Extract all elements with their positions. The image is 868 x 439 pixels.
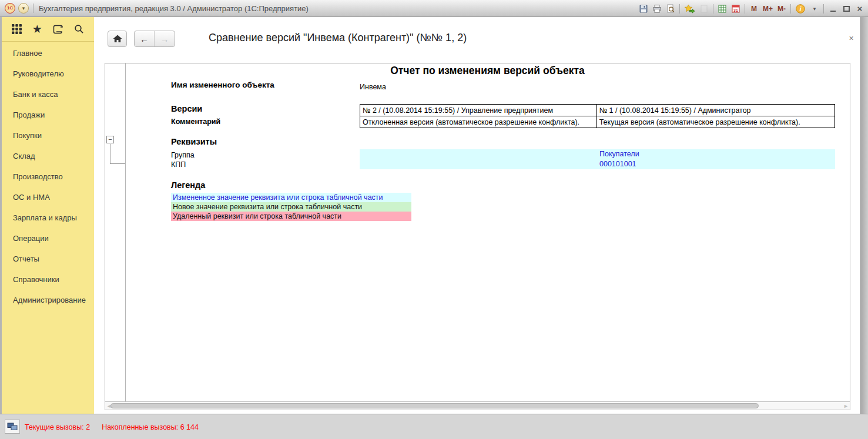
version-cell[interactable]: № 1 / (10.08.2014 15:19:55) / Администра… [596,105,835,116]
sections-sidebar: ★ Главное Руководителю Банк и касса Прод… [2,17,94,415]
sidebar-item-sklad[interactable]: Склад [2,146,94,166]
divider [745,4,745,14]
search-icon[interactable] [73,24,85,35]
attribute-old-value [360,149,596,159]
object-name-label: Имя измененного объекта [171,81,274,89]
sidebar-item-zarplata-i-kadry[interactable]: Зарплата и кадры [2,207,94,228]
recent-link-icon [699,4,709,14]
divider [33,4,33,13]
print-icon[interactable] [652,4,662,14]
sidebar-item-pokupki[interactable]: Покупки [2,125,94,146]
report-left-border [105,63,105,402]
calendar-icon[interactable]: 31 [731,4,740,14]
status-text: Текущие вызовы: 2Накопленные вызовы: 6 1… [25,423,210,431]
main-menu-button[interactable]: ▾ [18,3,29,14]
group-bracket [110,144,110,163]
titlebar-toolbar: 31 M M+ M- i ▾ × [639,2,864,15]
history-nav-group: ← → [134,31,175,47]
forward-button[interactable]: → [155,31,175,46]
svg-text:31: 31 [733,8,738,12]
sidebar-item-proizvodstvo[interactable]: Производство [2,166,94,187]
table-row: Отклоненная версия (автоматическое разре… [360,116,835,128]
statusbar: Текущие вызовы: 2Накопленные вызовы: 6 1… [0,414,868,439]
divider [790,4,791,14]
sidebar-item-bank-i-kassa[interactable]: Банк и касса [2,84,94,105]
divider [823,4,824,14]
app-window: 1С ▾ Бухгалтерия предприятия, редакция 3… [0,0,868,439]
attribute-new-value: 000101001 [596,159,835,169]
accumulated-calls-count: Накопленные вызовы: 6 144 [102,423,199,431]
legend-item-changed: Измененное значение реквизита или строка… [171,193,411,202]
table-row: № 2 / (10.08.2014 15:19:55) / Управление… [360,105,835,116]
close-button[interactable]: × [855,4,864,14]
attributes-heading: Реквизиты [171,137,217,146]
home-button[interactable] [108,31,127,47]
sidebar-item-spravochniki[interactable]: Справочники [2,269,94,290]
sidebar-item-administrirovanie[interactable]: Администрирование [2,290,94,310]
changed-attributes-block: Покупатели 000101001 [360,149,835,169]
group-bracket [110,163,125,164]
report-title: Отчет по изменениям версий объекта [125,65,850,77]
menu-grid-icon[interactable] [11,24,22,35]
version-cell[interactable]: № 2 / (10.08.2014 15:19:55) / Управление… [360,105,597,116]
report-right-border [850,63,850,402]
versions-table: № 2 / (10.08.2014 15:19:55) / Управление… [360,104,835,128]
comment-cell: Текущая версия (автоматическое разрешени… [596,116,835,128]
object-name-value: Инвема [360,83,386,91]
sidebar-toolbar: ★ [2,17,94,42]
page-title: Сравнение версий "Инвема (Контрагент)" (… [209,32,467,44]
memory-m-plus-button[interactable]: M+ [763,4,773,14]
vertical-scrollbar[interactable] [860,17,868,415]
server-calls-icon[interactable] [5,420,20,434]
sidebar-item-operacii[interactable]: Операции [2,228,94,249]
divider [713,4,713,14]
scroll-right-arrow-icon[interactable]: ► [843,403,849,409]
minimize-button[interactable] [828,4,837,14]
comment-cell: Отклоненная версия (автоматическое разре… [360,116,597,128]
attribute-label-kpp: КПП [171,160,186,169]
maximize-button[interactable] [842,4,851,14]
memory-m-minus-button[interactable]: M- [777,4,786,14]
favorites-star-icon[interactable]: ★ [32,24,42,35]
chevron-down-icon[interactable]: ▾ [810,4,819,14]
legend-item-new: Новое значение реквизита или строка табл… [171,202,411,212]
sections-menu: Главное Руководителю Банк и касса Продаж… [2,42,94,310]
add-favorite-icon[interactable] [684,4,695,14]
info-icon[interactable]: i [795,4,806,14]
comment-label: Комментарий [171,118,220,126]
versions-label: Версии [171,104,202,113]
back-button[interactable]: ← [135,31,155,46]
current-calls-count: Текущие вызовы: 2 [25,423,90,431]
home-icon [112,34,123,43]
save-icon[interactable] [639,4,648,14]
app-logo-icon: 1С [5,3,15,14]
attribute-old-value [360,159,596,169]
sidebar-item-os-i-nma[interactable]: ОС и НМА [2,187,94,207]
report-group-margin-line [125,63,126,402]
history-scroll-icon[interactable] [52,24,63,35]
attribute-new-value: Покупатели [596,149,835,159]
divider [679,4,680,14]
collapse-group-button[interactable]: − [106,136,114,143]
legend-heading: Легенда [171,180,205,190]
legend-item-deleted: Удаленный реквизит или строка табличной … [171,212,411,221]
tab-close-icon[interactable]: × [846,33,856,43]
memory-m-button[interactable]: M [749,4,759,14]
report-top-border [105,63,850,63]
sidebar-item-prodazhi[interactable]: Продажи [2,105,94,125]
window-title: Бухгалтерия предприятия, редакция 3.0 / … [39,4,309,13]
print-preview-icon[interactable] [666,4,675,14]
scrollbar-thumb[interactable] [110,403,759,408]
calculator-icon[interactable] [718,4,727,14]
horizontal-scrollbar[interactable]: ◄ ► [105,401,850,410]
attribute-label-group: Группа [171,151,195,159]
titlebar: 1С ▾ Бухгалтерия предприятия, редакция 3… [0,0,868,17]
sidebar-item-glavnoe[interactable]: Главное [2,43,94,63]
sidebar-item-otchety[interactable]: Отчеты [2,249,94,269]
sidebar-item-rukovoditelyu[interactable]: Руководителю [2,63,94,84]
